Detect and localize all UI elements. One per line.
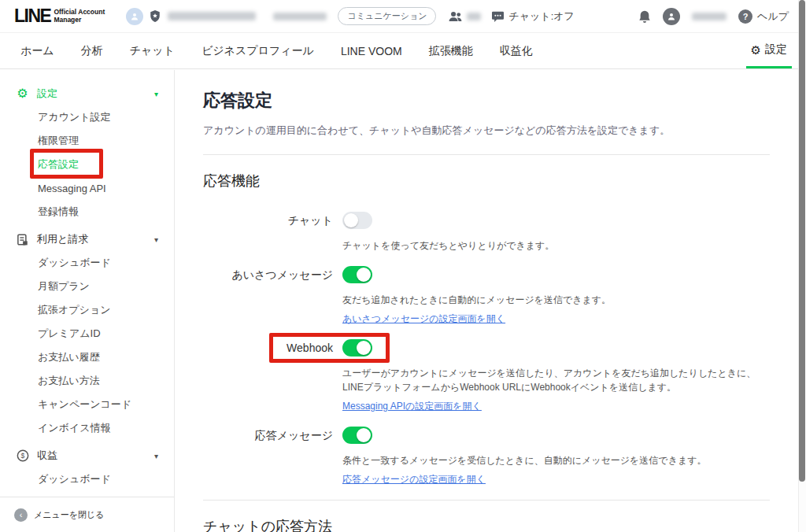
- sidebar-item-label: 応答設定: [38, 157, 79, 172]
- line-logo[interactable]: LINE Official Account Manager: [14, 6, 109, 27]
- sidebar-item-revenue-dashboard[interactable]: ダッシュボード: [0, 467, 174, 491]
- sidebar-section-label: 利用と請求: [37, 232, 88, 246]
- scrollbar-thumb[interactable]: [799, 0, 805, 482]
- webhook-toggle[interactable]: [342, 339, 372, 357]
- sidebar-item-monthly-plan[interactable]: 月額プラン: [0, 275, 174, 298]
- person-icon: [667, 12, 676, 21]
- nav-settings-active[interactable]: ⚙ 設定: [746, 33, 792, 68]
- feature-row-webhook: Webhook ユーザーがアカウントにメッセージを送信したり、アカウントを友だち…: [203, 339, 770, 413]
- sidebar-item-permissions[interactable]: 権限管理: [0, 129, 174, 153]
- sidebar-section-label: 収益: [37, 449, 57, 463]
- nav-settings-label: 設定: [765, 42, 787, 57]
- sidebar-item-payment-method[interactable]: お支払い方法: [0, 369, 174, 393]
- sidebar-item-invoice-info[interactable]: インボイス情報: [0, 416, 174, 440]
- sidebar-item-registration-info[interactable]: 登録情報: [0, 200, 174, 224]
- features-heading: 応答機能: [203, 172, 770, 190]
- followers-icon: [449, 11, 462, 22]
- main-nav: ホーム 分析 チャット ビジネスプロフィール LINE VOOM 拡張機能 収益…: [0, 33, 806, 69]
- sidebar-item-messaging-api[interactable]: Messaging API: [0, 176, 174, 200]
- chat-toggle[interactable]: [342, 212, 372, 229]
- feature-description: チャットを使って友だちとやりとりができます。: [342, 238, 770, 253]
- nav-monetization[interactable]: 収益化: [500, 33, 533, 68]
- help-menu[interactable]: ? ヘルプ: [738, 9, 789, 24]
- friends-count: [449, 11, 481, 22]
- feature-description: ユーザーがアカウントにメッセージを送信したり、アカウントを友だち追加したりしたと…: [342, 366, 770, 394]
- notifications-bell-icon[interactable]: [638, 9, 651, 24]
- chevron-down-icon: ▾: [154, 235, 158, 244]
- sidebar-item-campaign-code[interactable]: キャンペーンコード: [0, 393, 174, 416]
- response-message-settings-link[interactable]: 応答メッセージの設定画面を開く: [342, 473, 486, 486]
- line-official-account-manager: LINE Official Account Manager コミュニケーション …: [0, 0, 806, 532]
- chevron-left-icon: ‹: [14, 508, 28, 522]
- collapse-menu-label: メニューを閉じる: [34, 509, 105, 521]
- nav-analytics[interactable]: 分析: [81, 33, 103, 68]
- top-header: LINE Official Account Manager コミュニケーション …: [0, 0, 806, 33]
- gear-icon: ⚙: [16, 87, 29, 100]
- sidebar-section-revenue[interactable]: $ 収益 ▾: [0, 444, 174, 467]
- account-name-redacted: [168, 12, 256, 20]
- feature-label: 応答メッセージ: [203, 427, 342, 486]
- greeting-message-toggle[interactable]: [342, 266, 372, 283]
- response-settings-page: 応答設定 アカウントの運用目的に合わせて、チャットや自動応答メッセージなどの応答…: [175, 70, 798, 532]
- greeting-message-settings-link[interactable]: あいさつメッセージの設定画面を開く: [342, 312, 505, 326]
- sidebar-item-dashboard[interactable]: ダッシュボード: [0, 251, 174, 275]
- feature-row-chat: チャット チャットを使って友だちとやりとりができます。: [203, 212, 770, 253]
- dollar-circle-icon: $: [16, 449, 29, 462]
- divider: [203, 154, 770, 155]
- user-name-redacted: [692, 13, 727, 20]
- chevron-down-icon: ▾: [154, 452, 158, 460]
- nav-business-profile[interactable]: ビジネスプロフィール: [202, 33, 314, 68]
- feature-description: 条件と一致するメッセージを受信したときに、自動的にメッセージを送信できます。: [342, 453, 770, 467]
- feature-label: チャット: [203, 212, 342, 253]
- line-logo-text: LINE: [14, 6, 50, 27]
- nav-chat[interactable]: チャット: [130, 33, 175, 68]
- line-logo-subtext: Official Account Manager: [54, 9, 109, 24]
- sidebar-item-payment-history[interactable]: お支払い履歴: [0, 345, 174, 369]
- header-actions: ? ヘルプ: [638, 8, 795, 25]
- gear-icon: ⚙: [751, 44, 761, 56]
- page-title: 応答設定: [203, 89, 770, 113]
- sidebar-item-premium-id[interactable]: プレミアムID: [0, 322, 174, 345]
- feature-row-response-message: 応答メッセージ 条件と一致するメッセージを受信したときに、自動的にメッセージを送…: [203, 427, 770, 486]
- nav-home[interactable]: ホーム: [20, 33, 54, 68]
- sidebar-item-extension-options[interactable]: 拡張オプション: [0, 298, 174, 322]
- sidebar-section-label: 設定: [37, 87, 57, 101]
- feature-label: あいさつメッセージ: [203, 266, 342, 326]
- chat-bubble-icon: [492, 11, 504, 22]
- divider: [203, 500, 770, 501]
- response-message-toggle[interactable]: [342, 427, 372, 444]
- feature-description: 友だち追加されたときに自動的にメッセージを送信できます。: [342, 293, 770, 307]
- person-icon: [130, 12, 139, 21]
- nav-extensions[interactable]: 拡張機能: [429, 33, 473, 68]
- chat-method-heading: チャットの応答方法: [203, 517, 770, 532]
- account-type-badge: コミュニケーション: [338, 7, 436, 25]
- sidebar-section-usage-billing[interactable]: 利用と請求 ▾: [0, 227, 174, 251]
- chat-status-label: チャット:オフ: [508, 9, 574, 24]
- sidebar-item-account-settings[interactable]: アカウント設定: [0, 105, 174, 129]
- chevron-down-icon: ▾: [154, 90, 158, 98]
- account-avatar[interactable]: [126, 8, 143, 25]
- user-avatar[interactable]: [663, 8, 680, 25]
- verified-shield-icon: [150, 10, 161, 22]
- friends-count-redacted: [467, 13, 481, 20]
- help-icon: ?: [738, 9, 752, 24]
- receipt-icon: [16, 234, 29, 246]
- nav-line-voom[interactable]: LINE VOOM: [341, 33, 402, 68]
- account-id-redacted: [273, 13, 327, 20]
- chat-status: チャット:オフ: [492, 9, 574, 24]
- settings-sidebar: ⚙ 設定 ▾ アカウント設定 権限管理 応答設定 Messaging API 登…: [0, 70, 175, 532]
- feature-row-greeting-message: あいさつメッセージ 友だち追加されたときに自動的にメッセージを送信できます。 あ…: [203, 266, 770, 326]
- sidebar-section-settings[interactable]: ⚙ 設定 ▾: [0, 82, 174, 105]
- help-label: ヘルプ: [757, 9, 789, 24]
- page-subtitle: アカウントの運用目的に合わせて、チャットや自動応答メッセージなどの応答方法を設定…: [203, 124, 770, 138]
- svg-text:$: $: [20, 452, 24, 460]
- feature-label: Webhook: [203, 339, 342, 413]
- messaging-api-settings-link[interactable]: Messaging APIの設定画面を開く: [342, 400, 482, 413]
- page-scrollbar: [798, 0, 806, 532]
- sidebar-item-response-settings[interactable]: 応答設定: [0, 153, 174, 176]
- collapse-menu-button[interactable]: ‹ メニューを閉じる: [0, 497, 174, 532]
